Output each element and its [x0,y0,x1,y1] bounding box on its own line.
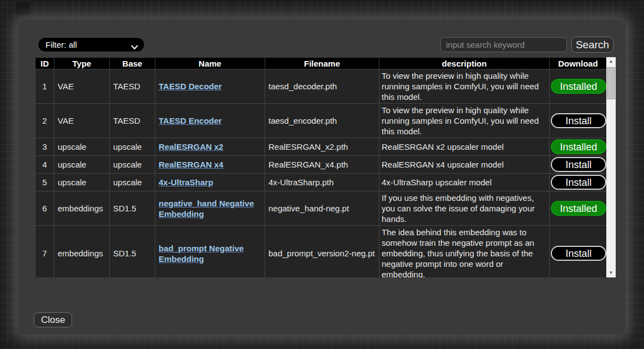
installed-button[interactable]: Installed [551,79,606,94]
cell-name: TAESD Decoder [155,69,265,104]
column-header-download: Download [550,58,607,69]
cell-filename: taesd_decoder.pth [265,69,379,104]
column-header-id: ID [36,58,54,69]
cell-filename: 4x-UltraSharp.pth [265,174,379,191]
model-table: IDTypeBaseNameFilenamedescriptionDownloa… [35,57,607,277]
cell-id: 3 [36,138,54,156]
cell-download: Install [550,226,607,278]
cell-filename: negative_hand-neg.pt [265,191,379,226]
cell-description: The idea behind this embedding was to so… [379,226,550,278]
cell-id: 1 [36,69,54,104]
column-header-type: Type [54,58,110,69]
model-table-body: 1VAETAESDTAESD Decodertaesd_decoder.pthT… [36,69,607,278]
column-header-filename: Filename [265,58,379,69]
cell-base: TAESD [110,104,155,138]
install-button[interactable]: Install [551,113,606,128]
table-row: 6embeddingsSD1.5negative_hand Negative E… [36,191,607,226]
column-header-name: Name [155,58,265,69]
cell-download: Install [550,104,607,138]
cell-filename: RealESRGAN_x4.pth [265,156,379,174]
cell-type: upscale [54,138,110,156]
installed-button[interactable]: Installed [551,201,606,216]
cell-description: If you use this embedding with negatives… [379,191,550,226]
cell-download: Install [550,174,607,191]
table-row: 4upscaleupscaleRealESRGAN x4RealESRGAN_x… [36,156,607,174]
table-header-row: IDTypeBaseNameFilenamedescriptionDownloa… [36,58,607,69]
cell-name: 4x-UltraSharp [155,174,265,191]
cell-name: RealESRGAN x2 [155,138,265,156]
cell-description: To view the preview in high quality whil… [379,69,550,104]
cell-download: Install [550,156,607,174]
cell-description: To view the preview in high quality whil… [379,104,550,138]
column-header-description: description [379,58,550,69]
cell-id: 7 [36,226,54,278]
model-name-link[interactable]: RealESRGAN x4 [159,160,224,169]
model-table-container: IDTypeBaseNameFilenamedescriptionDownloa… [35,57,616,277]
model-manager-dialog: Filter: all Search IDTypeBaseNameFilenam… [18,19,626,335]
cell-type: upscale [54,156,110,174]
filter-select[interactable]: Filter: all [38,37,145,52]
cell-base: SD1.5 [110,191,155,226]
table-row: 7embeddingsSD1.5bad_prompt Negative Embe… [36,226,607,278]
cell-base: upscale [110,138,155,156]
cell-type: embeddings [54,191,110,226]
cell-filename: bad_prompt_version2-neg.pt [265,226,379,278]
table-row: 3upscaleupscaleRealESRGAN x2RealESRGAN_x… [36,138,607,156]
cell-type: VAE [54,69,110,104]
scroll-up-icon[interactable]: ▲ [606,57,616,66]
cell-id: 2 [36,104,54,138]
scroll-down-icon[interactable]: ▼ [606,269,616,277]
cell-id: 4 [36,156,54,174]
install-button[interactable]: Install [551,246,606,261]
scroll-thumb[interactable] [607,67,615,99]
cell-filename: RealESRGAN_x2.pth [265,138,379,156]
cell-type: embeddings [54,226,110,278]
canvas-widget [16,2,31,15]
cell-download: Installed [550,69,607,104]
cell-download: Installed [550,191,607,226]
cell-name: negative_hand Negative Embedding [155,191,265,226]
install-button[interactable]: Install [551,157,606,172]
table-row: 2VAETAESDTAESD Encodertaesd_encoder.pthT… [36,104,607,138]
column-header-base: Base [110,58,155,69]
model-name-link[interactable]: TAESD Decoder [159,82,222,91]
cell-name: bad_prompt Negative Embedding [155,226,265,278]
cell-filename: taesd_encoder.pth [265,104,379,138]
model-name-link[interactable]: RealESRGAN x2 [159,142,224,151]
model-name-link[interactable]: TAESD Encoder [159,116,222,125]
filter-dropdown-wrap: Filter: all [38,37,145,52]
cell-download: Installed [550,138,607,156]
cell-name: RealESRGAN x4 [155,156,265,174]
cell-base: TAESD [110,69,155,104]
model-name-link[interactable]: bad_prompt Negative Embedding [159,244,244,264]
search-input[interactable] [440,37,567,52]
model-name-link[interactable]: negative_hand Negative Embedding [159,199,254,219]
cell-base: upscale [110,174,155,191]
cell-base: upscale [110,156,155,174]
cell-id: 6 [36,191,54,226]
cell-description: 4x-UltraSharp upscaler model [379,174,550,191]
close-button[interactable]: Close [34,312,72,327]
cell-id: 5 [36,174,54,191]
table-row: 1VAETAESDTAESD Decodertaesd_decoder.pthT… [36,69,607,104]
cell-description: RealESRGAN x2 upscaler model [379,138,550,156]
scrollbar[interactable]: ▲ ▼ [606,57,616,277]
installed-button[interactable]: Installed [551,139,606,154]
search-button[interactable]: Search [571,37,613,53]
install-button[interactable]: Install [551,175,606,190]
table-row: 5upscaleupscale4x-UltraSharp4x-UltraShar… [36,174,607,191]
model-name-link[interactable]: 4x-UltraSharp [159,178,213,187]
cell-type: upscale [54,174,110,191]
cell-type: VAE [54,104,110,138]
cell-name: TAESD Encoder [155,104,265,138]
cell-base: SD1.5 [110,226,155,278]
cell-description: RealESRGAN x4 upscaler model [379,156,550,174]
